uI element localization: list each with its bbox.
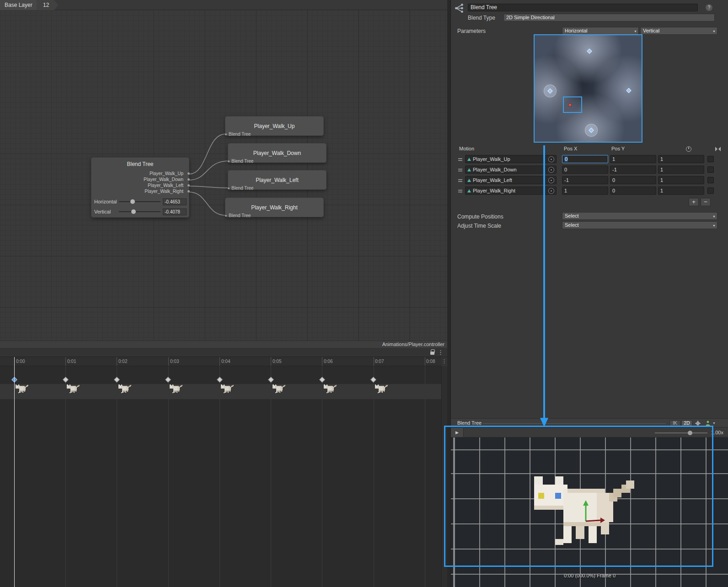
sprite-thumbnail: [272, 384, 286, 395]
ruler-corner-menu[interactable]: ⋮: [441, 357, 447, 366]
play-button[interactable]: ▶: [451, 428, 464, 437]
add-motion-button[interactable]: +: [689, 198, 699, 206]
motion-point-up[interactable]: [587, 48, 592, 53]
blend-type-dropdown[interactable]: 2D Simple Directional: [503, 14, 715, 21]
object-picker-icon[interactable]: [548, 167, 554, 173]
compute-positions-label: Compute Positions: [457, 213, 503, 220]
help-icon[interactable]: ?: [706, 4, 712, 11]
kebab-menu-icon: ⋮: [442, 358, 447, 364]
remove-motion-button[interactable]: −: [701, 198, 711, 206]
mirror-checkbox[interactable]: [707, 166, 714, 173]
2d-toggle-button[interactable]: 2D: [681, 420, 692, 427]
mirror-checkbox[interactable]: [707, 177, 714, 183]
motion-row[interactable]: Player_Walk_Down 0 -1 1: [457, 165, 720, 175]
drag-handle-icon[interactable]: [458, 179, 462, 182]
sprite-thumbnail: [15, 384, 29, 395]
speed-field[interactable]: 1: [658, 176, 704, 184]
vertical-param-slider[interactable]: [119, 211, 161, 212]
breadcrumb-base-layer[interactable]: Base Layer: [0, 0, 41, 10]
animation-clip-icon: [467, 158, 471, 161]
pos-y-field[interactable]: 0: [610, 176, 656, 184]
mirror-checkbox[interactable]: [707, 187, 714, 194]
motion-object-field[interactable]: Player_Walk_Left: [465, 176, 557, 184]
input-dot-icon: [228, 160, 230, 162]
timeline-scrollbar[interactable]: [441, 366, 447, 587]
pos-y-field[interactable]: -1: [610, 165, 656, 174]
sprite-thumbnail: [323, 384, 337, 395]
object-picker-icon[interactable]: [548, 156, 554, 162]
time-label: 0:05: [273, 359, 281, 364]
transform-gizmo[interactable]: [580, 500, 606, 527]
motion-row[interactable]: Player_Walk_Right 1 0 1: [457, 187, 720, 196]
unity-editor-window: Base Layer 12 Blend Tree Player_Walk_Up …: [0, 0, 728, 587]
transition-edge: [189, 186, 229, 188]
motion-object-field[interactable]: Player_Walk_Right: [465, 187, 557, 195]
pos-y-field[interactable]: 1: [610, 155, 656, 163]
animator-graph[interactable]: Base Layer 12 Blend Tree Player_Walk_Up …: [0, 0, 447, 341]
pos-x-field[interactable]: 0: [562, 165, 608, 174]
parameter-position-dot[interactable]: [568, 103, 572, 107]
transition-edge: [189, 192, 226, 215]
speed-field[interactable]: 1: [658, 187, 704, 195]
motion-row[interactable]: Player_Walk_Up 0 1 1: [457, 155, 720, 164]
animation-clip-icon: [467, 189, 471, 192]
drag-handle-icon[interactable]: [458, 169, 462, 171]
avatar-icon[interactable]: [704, 420, 712, 427]
compute-positions-dropdown[interactable]: Select▼: [562, 212, 717, 220]
playhead[interactable]: [14, 357, 15, 587]
input-dot-icon: [225, 133, 227, 135]
object-picker-icon[interactable]: [548, 188, 554, 194]
output-slot: Player_Walk_Left: [91, 182, 189, 188]
ik-toggle-button[interactable]: IK: [669, 420, 680, 427]
blend-space-graph[interactable]: [534, 34, 642, 143]
pos-x-field[interactable]: 0: [562, 155, 608, 163]
breadcrumb-label: 12: [43, 2, 49, 8]
parameter-x-dropdown[interactable]: Horizontal▼: [562, 27, 639, 35]
object-picker-icon[interactable]: [548, 177, 554, 183]
preview-header[interactable]: Blend Tree IK 2D ▼: [451, 418, 728, 427]
pos-x-field[interactable]: 1: [562, 187, 608, 195]
blend-tree-node[interactable]: Blend Tree Player_Walk_Up Player_Walk_Do…: [91, 158, 189, 217]
node-input-label: Blend Tree: [225, 132, 251, 137]
mirror-checkbox[interactable]: [707, 156, 714, 162]
time-label: 0:00: [16, 359, 25, 364]
slider-knob[interactable]: [688, 431, 692, 435]
horizontal-param-slider[interactable]: [119, 201, 161, 202]
kebab-menu-icon[interactable]: ⋮: [438, 349, 444, 356]
pivot-icon[interactable]: [694, 420, 701, 427]
motion-header: Motion: [459, 146, 474, 151]
drag-handle-icon[interactable]: [458, 158, 462, 161]
output-slot: Player_Walk_Up: [91, 171, 189, 176]
motion-point-right[interactable]: [626, 88, 631, 93]
parameter-y-dropdown[interactable]: Vertical▼: [640, 27, 717, 35]
adjust-time-scale-label: Adjust Time Scale: [457, 223, 501, 229]
slider-knob[interactable]: [130, 199, 135, 204]
drag-handle-icon[interactable]: [458, 190, 462, 192]
speed-field[interactable]: 1: [658, 165, 704, 174]
horizontal-param-value[interactable]: -0.4653: [163, 198, 187, 205]
motion-row[interactable]: Player_Walk_Left -1 0 1: [457, 176, 720, 185]
animation-timeline[interactable]: ⋮ ⋮ 0:00 0:01 0:02 0:03 0:04 0:05 0:06 0…: [0, 348, 447, 587]
output-dot-icon: [187, 190, 190, 192]
blend-tree-name-field[interactable]: Blend Tree: [468, 4, 698, 11]
slider-knob[interactable]: [131, 209, 136, 214]
motion-object-field[interactable]: Player_Walk_Down: [465, 165, 557, 174]
breadcrumb-12[interactable]: 12: [37, 0, 58, 10]
lock-icon[interactable]: [430, 352, 434, 355]
preview-speed-slider[interactable]: [655, 432, 707, 433]
controller-path: Animations/Player.controller: [0, 341, 447, 348]
speed-field[interactable]: 1: [658, 155, 704, 163]
pos-x-field[interactable]: -1: [562, 176, 608, 184]
dopesheet-grid: [0, 366, 441, 587]
pos-y-field[interactable]: 0: [610, 187, 656, 195]
preview-resize-handle[interactable]: [483, 423, 666, 424]
chevron-down-icon: ▼: [712, 28, 716, 35]
motion-object-field[interactable]: Player_Walk_Up: [465, 155, 557, 163]
node-input-label: Blend Tree: [228, 186, 253, 191]
preview-viewport[interactable]: 0:00 (000.0%) Frame 0: [451, 438, 728, 587]
vertical-param-value[interactable]: -0.4078: [163, 208, 187, 215]
animation-clip-icon: [467, 168, 471, 171]
chevron-down-icon[interactable]: ▼: [712, 422, 716, 425]
breadcrumb: Base Layer 12: [0, 0, 447, 10]
adjust-time-scale-dropdown[interactable]: Select▼: [562, 221, 717, 229]
